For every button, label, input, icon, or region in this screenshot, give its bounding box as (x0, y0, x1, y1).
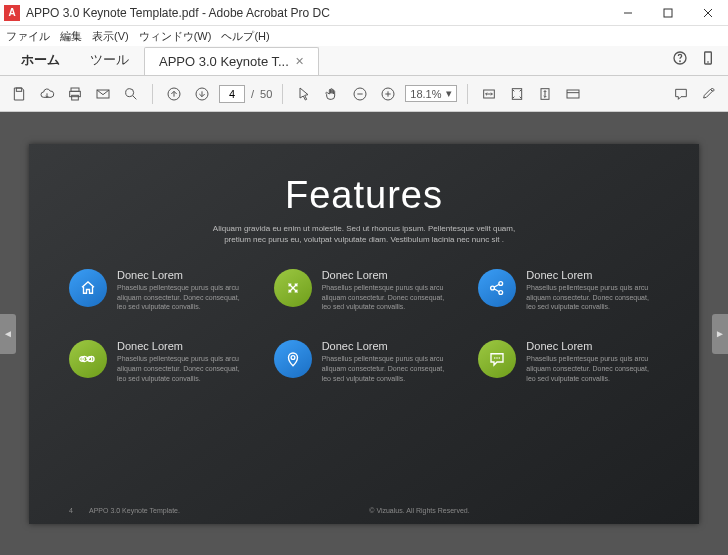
subtitle-line1: Aliquam gravida eu enim ut molestie. Sed… (213, 224, 515, 233)
subtitle-line2: pretium nec purus eu, volutpat vulputate… (224, 235, 504, 244)
cloud-icon[interactable] (36, 83, 58, 105)
page-total: 50 (260, 88, 272, 100)
print-icon[interactable] (64, 83, 86, 105)
next-page-arrow[interactable]: ► (712, 314, 728, 354)
slide-heading: Features (69, 174, 659, 217)
slide-copyright: © Vizualus. All Rights Reserved. (180, 507, 659, 514)
svg-point-5 (680, 61, 681, 62)
tab-document-label: APPO 3.0 Keynote T... (159, 54, 289, 69)
home-icon (69, 269, 107, 307)
comment-icon[interactable] (670, 83, 692, 105)
fit-page-icon[interactable] (506, 83, 528, 105)
feature-title: Donec Lorem (526, 340, 659, 352)
svg-rect-8 (16, 88, 21, 91)
feature-item: Donec Lorem Phasellus pellentesque purus… (69, 269, 250, 312)
chevron-down-icon: ▾ (446, 87, 452, 100)
zoom-in-icon[interactable] (377, 83, 399, 105)
feature-item: Donec Lorem Phasellus pellentesque purus… (478, 340, 659, 383)
tools-icon (274, 269, 312, 307)
prev-page-icon[interactable] (163, 83, 185, 105)
menu-view[interactable]: 表示(V) (92, 29, 129, 44)
minimize-button[interactable] (608, 0, 648, 25)
feature-title: Donec Lorem (526, 269, 659, 281)
feature-title: Donec Lorem (322, 269, 455, 281)
svg-rect-1 (664, 9, 672, 17)
slide-page-number: 4 (69, 507, 89, 514)
svg-rect-11 (72, 95, 79, 100)
read-mode-icon[interactable] (562, 83, 584, 105)
svg-rect-25 (567, 90, 579, 98)
page-sep: / (251, 88, 254, 100)
svg-line-31 (494, 289, 499, 292)
feature-desc: Phasellus pellentesque purus quis arcu a… (322, 354, 455, 383)
menu-file[interactable]: ファイル (6, 29, 50, 44)
menu-bar: ファイル 編集 表示(V) ウィンドウ(W) ヘルプ(H) (0, 26, 728, 46)
mobile-icon[interactable] (700, 50, 716, 69)
svg-line-30 (494, 284, 499, 287)
slide-footer: 4 APPO 3.0 Keynote Template. © Vizualus.… (69, 507, 659, 514)
chat-icon (478, 340, 516, 378)
feature-item: Donec Lorem Phasellus pellentesque purus… (274, 340, 455, 383)
location-icon (274, 340, 312, 378)
svg-point-34 (497, 357, 499, 359)
svg-line-14 (133, 96, 136, 99)
next-page-icon[interactable] (191, 83, 213, 105)
menu-window[interactable]: ウィンドウ(W) (139, 29, 212, 44)
pointer-icon[interactable] (293, 83, 315, 105)
feature-desc: Phasellus pellentesque purus quis arcu a… (117, 283, 250, 312)
page-number-input[interactable] (219, 85, 245, 103)
feature-desc: Phasellus pellentesque purus quis arcu a… (526, 354, 659, 383)
fit-height-icon[interactable] (534, 83, 556, 105)
svg-point-32 (291, 356, 295, 360)
app-icon: A (4, 5, 20, 21)
svg-point-35 (499, 357, 501, 359)
email-icon[interactable] (92, 83, 114, 105)
menu-help[interactable]: ヘルプ(H) (221, 29, 269, 44)
menu-edit[interactable]: 編集 (60, 29, 82, 44)
features-grid: Donec Lorem Phasellus pellentesque purus… (69, 269, 659, 384)
feature-item: Donec Lorem Phasellus pellentesque purus… (69, 340, 250, 383)
feature-title: Donec Lorem (117, 269, 250, 281)
fit-width-icon[interactable] (478, 83, 500, 105)
maximize-button[interactable] (648, 0, 688, 25)
hand-icon[interactable] (321, 83, 343, 105)
tab-bar: ホーム ツール APPO 3.0 Keynote T... ✕ (0, 46, 728, 76)
title-bar: A APPO 3.0 Keynote Template.pdf - Adobe … (0, 0, 728, 26)
slide-subtitle: Aliquam gravida eu enim ut molestie. Sed… (69, 223, 659, 245)
svg-point-33 (494, 357, 496, 359)
tab-document[interactable]: APPO 3.0 Keynote T... ✕ (144, 47, 319, 75)
tab-home[interactable]: ホーム (6, 44, 75, 75)
toolbar: / 50 18.1% ▾ (0, 76, 728, 112)
document-viewport: ◄ ► Features Aliquam gravida eu enim ut … (0, 112, 728, 555)
prev-page-arrow[interactable]: ◄ (0, 314, 16, 354)
search-icon[interactable] (120, 83, 142, 105)
window-title: APPO 3.0 Keynote Template.pdf - Adobe Ac… (26, 6, 608, 20)
save-icon[interactable] (8, 83, 30, 105)
zoom-select[interactable]: 18.1% ▾ (405, 85, 456, 102)
feature-title: Donec Lorem (117, 340, 250, 352)
tab-tools[interactable]: ツール (75, 44, 144, 75)
feature-desc: Phasellus pellentesque purus quis arcu a… (117, 354, 250, 383)
svg-point-13 (126, 88, 134, 96)
feature-desc: Phasellus pellentesque purus quis arcu a… (322, 283, 455, 312)
tab-close-icon[interactable]: ✕ (295, 55, 304, 68)
infinity-icon (69, 340, 107, 378)
slide-template-name: APPO 3.0 Keynote Template. (89, 507, 180, 514)
zoom-out-icon[interactable] (349, 83, 371, 105)
share-icon (478, 269, 516, 307)
feature-desc: Phasellus pellentesque purus quis arcu a… (526, 283, 659, 312)
feature-item: Donec Lorem Phasellus pellentesque purus… (274, 269, 455, 312)
window-controls (608, 0, 728, 25)
close-button[interactable] (688, 0, 728, 25)
feature-title: Donec Lorem (322, 340, 455, 352)
feature-item: Donec Lorem Phasellus pellentesque purus… (478, 269, 659, 312)
help-icon[interactable] (672, 50, 688, 69)
zoom-value: 18.1% (410, 88, 441, 100)
highlight-icon[interactable] (698, 83, 720, 105)
slide-page: Features Aliquam gravida eu enim ut mole… (29, 144, 699, 524)
